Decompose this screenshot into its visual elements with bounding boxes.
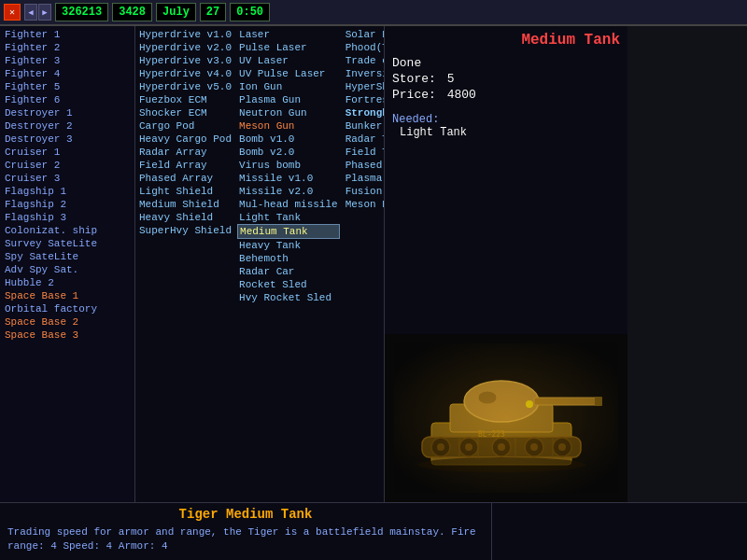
lower-main: Tiger Medium Tank Trading speed for armo… (0, 502, 747, 560)
items-col3: Solar PlantPhood(TM) FactoryTrade centre… (342, 26, 384, 502)
item-entry[interactable]: Solar Plant (344, 28, 384, 41)
ship-item[interactable]: Adv Spy Sat. (2, 263, 133, 276)
item-entry[interactable]: Trade centre (344, 54, 384, 67)
item-entry[interactable]: Rocket Sled (237, 278, 340, 291)
item-entry[interactable]: Pulse Laser (237, 41, 340, 54)
ship-item[interactable]: Colonizat. ship (2, 224, 133, 237)
ship-item[interactable]: Hubble 2 (2, 276, 133, 289)
item-entry[interactable]: Ion Gun (237, 80, 340, 93)
ship-item[interactable]: Orbital factory (2, 302, 133, 315)
needed-section: Needed: Light Tank (392, 113, 620, 139)
item-entry[interactable]: Heavy Tank (237, 239, 340, 252)
item-entry[interactable]: UV Laser (237, 54, 340, 67)
production-value: 3428 (119, 6, 146, 19)
top-bar: ✕ ◀ ▶ 326213 3428 July 27 0:50 (0, 0, 747, 26)
item-entry[interactable]: Neutron Gun (237, 106, 340, 119)
item-entry[interactable]: Meson Projector (344, 198, 384, 211)
production-display: 3428 (112, 3, 152, 21)
ship-item[interactable]: Destroyer 3 (2, 133, 133, 146)
close-button[interactable]: ✕ (4, 4, 21, 21)
item-entry[interactable]: Hyperdrive v3.0 (137, 54, 233, 67)
ship-item[interactable]: Flagship 2 (2, 198, 133, 211)
ship-item[interactable]: Space Base 1 (2, 289, 133, 302)
ship-item[interactable]: Fighter 2 (2, 41, 133, 54)
item-entry[interactable]: Stronghold (344, 106, 384, 119)
store-line: Store: 5 (392, 72, 620, 86)
item-title: Medium Tank (392, 32, 620, 49)
item-entry[interactable]: Hyperdrive v4.0 (137, 67, 233, 80)
item-entry[interactable]: Field Telescope (344, 146, 384, 159)
item-entry[interactable]: SuperHvy Shield (137, 224, 233, 237)
item-entry[interactable]: Radar Array (137, 146, 233, 159)
item-entry[interactable]: Virus bomb (237, 159, 340, 172)
item-entry[interactable]: Fusion Projector (344, 185, 384, 198)
desc-text: Trading speed for armor and range, the T… (7, 525, 484, 554)
ship-item[interactable]: Cruiser 1 (2, 146, 133, 159)
next-arrow[interactable]: ▶ (38, 4, 51, 21)
item-entry[interactable]: Inversion Shield (344, 67, 384, 80)
tank-svg: BL-223 (394, 343, 618, 493)
item-entry[interactable]: HyperShield (344, 80, 384, 93)
item-entry[interactable]: Bomb v2.0 (237, 146, 340, 159)
item-entry[interactable]: Hyperdrive v1.0 (137, 28, 233, 41)
ship-item[interactable]: Flagship 3 (2, 211, 133, 224)
item-entry[interactable]: Plasma Projector (344, 172, 384, 185)
month-value: July (162, 6, 190, 19)
money-display: 326213 (55, 3, 108, 21)
ship-item[interactable]: Fighter 3 (2, 54, 133, 67)
ship-item[interactable]: Survey SateLite (2, 237, 133, 250)
item-entry[interactable]: Plasma Gun (237, 93, 340, 106)
item-entry[interactable]: Hyperdrive v5.0 (137, 80, 233, 93)
item-entry[interactable]: Hvy Rocket Sled (237, 291, 340, 304)
month-display: July (156, 3, 196, 21)
item-entry[interactable]: Radar Telescope (344, 133, 384, 146)
price-value: 4800 (447, 88, 476, 102)
ship-item[interactable]: Space Base 2 (2, 315, 133, 329)
item-entry[interactable]: Missile v2.0 (237, 185, 340, 198)
item-entry[interactable]: Mul-head missile (237, 198, 340, 211)
items-grid: Hyperdrive v1.0Hyperdrive v2.0Hyperdrive… (135, 26, 384, 502)
item-entry[interactable]: Laser (237, 28, 340, 41)
item-entry[interactable]: Radar Car (237, 265, 340, 278)
item-entry[interactable]: Medium Tank (237, 224, 340, 239)
ship-item[interactable]: Destroyer 1 (2, 106, 133, 119)
needed-value: Light Tank (400, 126, 620, 139)
item-entry[interactable]: Hyperdrive v2.0 (137, 41, 233, 54)
ship-item[interactable]: Fighter 6 (2, 93, 133, 106)
item-entry[interactable]: UV Pulse Laser (237, 67, 340, 80)
item-entry[interactable]: Light Shield (137, 185, 233, 198)
right-info-panel: Medium Tank Done Store: 5 Price: 4800 Ne… (385, 26, 627, 502)
ship-item[interactable]: Spy SateLite (2, 250, 133, 263)
item-entry[interactable]: Light Tank (237, 211, 340, 224)
ship-item[interactable]: Cruiser 2 (2, 159, 133, 172)
ship-item[interactable]: Flagship 1 (2, 185, 133, 198)
tank-image-area: BL-223 (385, 334, 627, 502)
item-entry[interactable]: Missile v1.0 (237, 172, 340, 185)
item-entry[interactable]: Heavy Shield (137, 211, 233, 224)
description-panel: Tiger Medium Tank Trading speed for armo… (0, 503, 492, 560)
item-entry[interactable]: Bunker (344, 119, 384, 133)
ship-item[interactable]: Fighter 4 (2, 67, 133, 80)
item-entry[interactable]: Heavy Cargo Pod (137, 133, 233, 146)
ship-item[interactable]: Fighter 5 (2, 80, 133, 93)
item-entry[interactable]: Medium Shield (137, 198, 233, 211)
item-entry[interactable]: Bomb v1.0 (237, 133, 340, 146)
item-entry[interactable]: Fortress (344, 93, 384, 106)
store-value: 5 (447, 72, 455, 86)
item-entry[interactable]: Meson Gun (237, 119, 340, 133)
item-entry[interactable]: Phased Array (137, 172, 233, 185)
items-col1: Hyperdrive v1.0Hyperdrive v2.0Hyperdrive… (135, 26, 235, 502)
item-entry[interactable]: Fuezbox ECM (137, 93, 233, 106)
item-entry[interactable]: Phood(TM) Factory (344, 41, 384, 54)
item-entry[interactable]: Cargo Pod (137, 119, 233, 133)
ship-item[interactable]: Fighter 1 (2, 28, 133, 41)
ship-item[interactable]: Destroyer 2 (2, 119, 133, 133)
ship-item[interactable]: Cruiser 3 (2, 172, 133, 185)
prev-arrow[interactable]: ◀ (24, 4, 37, 21)
time-value: 0:50 (236, 6, 263, 19)
ship-item[interactable]: Space Base 3 (2, 329, 133, 342)
item-entry[interactable]: Phased Telescope (344, 159, 384, 172)
item-entry[interactable]: Behemoth (237, 252, 340, 265)
item-entry[interactable]: Field Array (137, 159, 233, 172)
item-entry[interactable]: Shocker ECM (137, 106, 233, 119)
